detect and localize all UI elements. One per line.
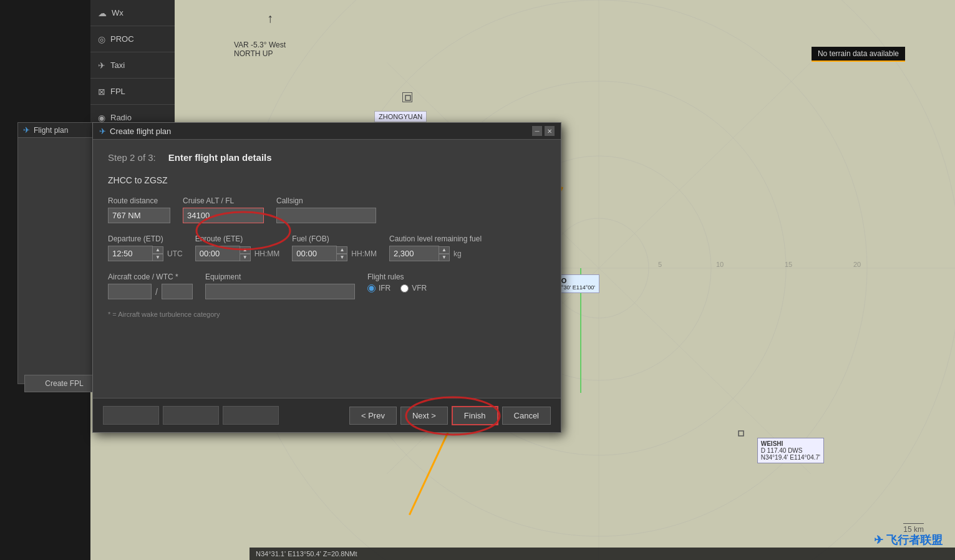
enroute-down-button[interactable]: ▼ — [240, 254, 251, 261]
dialog-close-button[interactable]: ✕ — [545, 126, 555, 136]
departure-unit: UTC — [167, 249, 183, 258]
taxi-icon: ✈ — [98, 60, 105, 70]
fuel-input[interactable] — [292, 246, 337, 261]
departure-label: Departure (ETD) — [108, 234, 183, 243]
enroute-input[interactable] — [195, 246, 240, 261]
dialog-minimize-button[interactable]: ─ — [532, 126, 542, 136]
nav-wx[interactable]: ☁ Wx — [90, 0, 175, 26]
nav-taxi[interactable]: ✈ Taxi — [90, 52, 175, 79]
svg-text:5: 5 — [658, 261, 662, 268]
watermark: ✈ 飞行者联盟 — [874, 533, 943, 548]
dialog-body: Step 2 of 3: Enter flight plan details Z… — [93, 140, 561, 393]
caution-down-button[interactable]: ▼ — [439, 254, 450, 261]
fuel-group: Fuel (FOB) ▲ ▼ HH:MM — [292, 234, 377, 261]
svg-line-10 — [599, 62, 811, 268]
footnote-text: * = Aircraft wake turbulence category — [108, 311, 546, 318]
terrain-notice: No terrain data available — [812, 47, 905, 62]
proc-icon: ◎ — [98, 34, 105, 44]
coord-bar: N34°31.1' E113°50.4' Z=20.8NMt — [250, 548, 955, 560]
route-distance-group: Route distance — [108, 196, 170, 223]
enroute-group: Enroute (ETE) ▲ ▼ HH:MM — [195, 234, 280, 261]
finish-button[interactable]: Finish — [452, 406, 498, 425]
equipment-input[interactable] — [205, 284, 355, 299]
dialog-titlebar: ✈ Create flight plan ─ ✕ — [93, 123, 561, 140]
nav-panel: ☁ Wx ◎ PROC ✈ Taxi ⊠ FPL ◉ Radio — [90, 0, 175, 137]
aircraft-code-group: Aircraft code / WTC * / — [108, 273, 193, 299]
equipment-label: Equipment — [205, 273, 355, 281]
prev-button[interactable]: < Prev — [349, 407, 397, 425]
ifr-option[interactable]: IFR — [367, 284, 390, 292]
cancel-button[interactable]: Cancel — [502, 407, 551, 425]
enroute-label: Enroute (ETE) — [195, 234, 280, 243]
nav-proc[interactable]: ◎ PROC — [90, 26, 175, 52]
wtc-input[interactable] — [162, 284, 193, 299]
weishi-label: WEISHI D 117.40 DWS N34°19.4' E114°04.7' — [757, 438, 824, 463]
step-title: Enter flight plan details — [168, 152, 272, 163]
departure-down-button[interactable]: ▼ — [152, 254, 163, 261]
svg-text:20: 20 — [853, 261, 861, 268]
create-flight-plan-dialog: ✈ Create flight plan ─ ✕ Step 2 of 3: En… — [92, 122, 561, 433]
vfr-radio[interactable] — [400, 284, 409, 292]
ifr-radio[interactable] — [367, 284, 376, 292]
flight-rules-label: Flight rules — [367, 273, 427, 281]
caution-up-button[interactable]: ▲ — [439, 246, 450, 254]
flight-rules-group: Flight rules IFR VFR — [367, 273, 427, 292]
svg-rect-17 — [405, 95, 410, 100]
placeholder-btn-1 — [103, 406, 159, 425]
svg-rect-18 — [739, 431, 744, 436]
cruise-alt-group: Cruise ALT / FL — [183, 196, 264, 223]
var-label: VAR -5.3° West NORTH UP — [234, 41, 286, 58]
wx-icon: ☁ — [98, 8, 107, 18]
placeholder-btn-3 — [223, 406, 279, 425]
fuel-up-button[interactable]: ▲ — [336, 246, 347, 254]
dialog-title-text: Create flight plan — [110, 127, 171, 136]
placeholder-btn-2 — [163, 406, 219, 425]
route-title: ZHCC to ZGSZ — [108, 175, 546, 185]
fuel-down-button[interactable]: ▼ — [336, 254, 347, 261]
route-distance-input[interactable] — [108, 208, 170, 223]
vfr-option[interactable]: VFR — [400, 284, 427, 292]
dialog-footer: < Prev Next > Finish Cancel — [93, 398, 561, 432]
dialog-title-icon: ✈ — [99, 127, 106, 136]
route-distance-label: Route distance — [108, 196, 170, 205]
equipment-group: Equipment — [205, 273, 355, 299]
cruise-alt-label: Cruise ALT / FL — [183, 196, 264, 205]
caution-fuel-group: Caution level remaining fuel ▲ ▼ kg — [389, 234, 482, 261]
fp-window-title-text: Flight plan — [34, 126, 68, 135]
callsign-group: Callsign — [276, 196, 376, 223]
aircraft-code-label: Aircraft code / WTC * — [108, 273, 193, 281]
callsign-label: Callsign — [276, 196, 376, 205]
enroute-up-button[interactable]: ▲ — [240, 246, 251, 254]
departure-input[interactable] — [108, 246, 153, 261]
departure-up-button[interactable]: ▲ — [152, 246, 163, 254]
callsign-input[interactable] — [276, 208, 376, 223]
step-label: Step 2 of 3: — [108, 152, 156, 163]
caution-unit: kg — [453, 249, 462, 258]
zhongyuan-label: ZHONGYUAN — [374, 111, 427, 122]
caution-fuel-input[interactable] — [389, 246, 439, 261]
cruise-alt-input[interactable] — [183, 208, 264, 223]
next-button[interactable]: Next > — [400, 407, 448, 425]
radio-icon: ◉ — [98, 113, 105, 123]
fuel-unit: HH:MM — [351, 249, 377, 258]
caution-fuel-label: Caution level remaining fuel — [389, 234, 482, 243]
svg-text:10: 10 — [716, 261, 724, 268]
fuel-label: Fuel (FOB) — [292, 234, 377, 243]
aircraft-code-input[interactable] — [108, 284, 152, 299]
nav-fpl[interactable]: ⊠ FPL — [90, 79, 175, 105]
enroute-unit: HH:MM — [255, 249, 280, 258]
departure-group: Departure (ETD) ▲ ▼ UTC — [108, 234, 183, 261]
fp-window-icon: ✈ — [23, 125, 30, 135]
svg-text:15: 15 — [785, 261, 792, 268]
fpl-icon: ⊠ — [98, 87, 105, 97]
